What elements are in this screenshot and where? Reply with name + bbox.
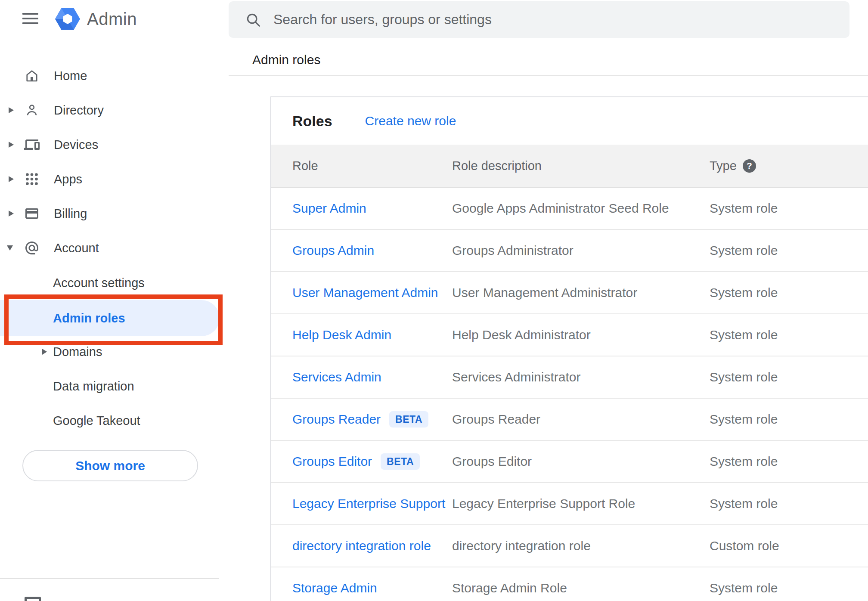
sidebar-item-directory[interactable]: Directory [0,93,229,127]
sidebar-item-label: Google Takeout [53,414,140,428]
at-sign-icon [24,240,40,256]
sidebar-item-label: Apps [54,172,82,186]
sidebar-item-label: Account [54,241,99,255]
role-type: System role [710,243,868,258]
table-row: directory integration role directory int… [271,525,868,567]
table-row: Super Admin Google Apps Administrator Se… [271,188,868,230]
role-link[interactable]: Services Admin [292,370,381,384]
role-type: System role [710,285,868,300]
search-input[interactable] [273,12,837,28]
sidebar-item-label: Account settings [53,276,145,290]
column-header-description: Role description [452,159,710,173]
beta-badge: BETA [389,411,428,428]
search-icon [245,12,261,28]
sidebar-item-billing[interactable]: Billing [0,196,229,231]
table-row: Help Desk Admin Help Desk Administrator … [271,314,868,356]
role-type: System role [710,454,868,469]
role-link[interactable]: Super Admin [292,201,366,216]
sidebar-item-data-migration[interactable]: Data migration [0,369,220,403]
expand-arrow-icon[interactable] [9,211,14,217]
role-link[interactable]: directory integration role [292,539,431,553]
table-row: Legacy Enterprise Support Legacy Enterpr… [271,483,868,525]
sidebar: Admin Home Directory Devices [0,0,229,601]
role-type: System role [710,581,868,595]
card-title: Roles [292,113,332,130]
expand-arrow-icon[interactable] [9,142,14,148]
devices-icon [24,137,40,152]
role-description: Help Desk Administrator [452,328,710,342]
role-description: Google Apps Administrator Seed Role [452,201,710,216]
role-link[interactable]: Groups Admin [292,243,374,258]
sidebar-divider [0,578,219,579]
table-row: Services Admin Services Administrator Sy… [271,356,868,399]
roles-card: Roles Create new role Role Role descript… [270,96,868,601]
clipped-menu-icon [25,597,41,601]
role-description: directory integration role [452,539,710,553]
card-header: Roles Create new role [271,97,868,145]
sidebar-item-label: Devices [54,138,98,152]
admin-logo-icon [55,6,80,31]
sidebar-item-label: Admin roles [53,311,125,325]
app-title: Admin [87,9,137,29]
sidebar-item-label: Directory [54,103,104,118]
person-icon [24,102,40,118]
role-description: Groups Reader [452,412,710,427]
role-description: Legacy Enterprise Support Role [452,496,710,511]
role-type: System role [710,201,868,216]
sidebar-item-home[interactable]: Home [0,59,229,93]
column-header-type: Type ? [710,159,868,173]
help-icon[interactable]: ? [743,159,756,173]
sidebar-item-label: Billing [54,207,87,221]
beta-badge: BETA [381,453,420,470]
role-description: Storage Admin Role [452,581,710,595]
table-row: Storage Admin Storage Admin Role System … [271,567,868,601]
sidebar-item-admin-roles[interactable]: Admin roles [0,300,220,336]
table-row: User Management Admin User Management Ad… [271,272,868,314]
role-link[interactable]: User Management Admin [292,285,438,300]
menu-icon[interactable] [22,13,38,24]
role-type: System role [710,370,868,384]
create-new-role-link[interactable]: Create new role [365,114,456,128]
sidebar-item-account[interactable]: Account [0,231,229,265]
show-more-button[interactable]: Show more [22,450,198,481]
role-link[interactable]: Legacy Enterprise Support [292,496,445,511]
table-row: Groups Reader BETA Groups Reader System … [271,399,868,441]
search-bar[interactable] [229,1,849,38]
table-row: Groups Admin Groups Administrator System… [271,230,868,272]
table-row: Groups Editor BETA Groups Editor System … [271,441,868,483]
sidebar-item-apps[interactable]: Apps [0,162,229,196]
breadcrumb: Admin roles [252,53,320,67]
header-divider [229,75,868,76]
expand-arrow-icon[interactable] [9,107,14,113]
role-type: Custom role [710,539,868,553]
sidebar-item-account-settings[interactable]: Account settings [0,266,220,300]
role-type: System role [710,328,868,342]
role-link[interactable]: Groups Reader [292,412,381,427]
expand-arrow-icon[interactable] [9,176,14,182]
role-description: Groups Editor [452,454,710,469]
role-description: User Management Administrator [452,285,710,300]
sidebar-item-domains[interactable]: Domains [0,335,220,369]
sidebar-item-google-takeout[interactable]: Google Takeout [0,403,220,438]
sidebar-item-label: Domains [53,345,102,359]
sidebar-item-devices[interactable]: Devices [0,127,229,162]
credit-card-icon [24,206,40,221]
apps-grid-icon [24,171,40,187]
sidebar-item-label: Data migration [53,379,134,393]
role-link[interactable]: Storage Admin [292,581,377,595]
role-type: System role [710,496,868,511]
role-description: Groups Administrator [452,243,710,258]
role-type: System role [710,412,868,427]
role-link[interactable]: Groups Editor [292,454,372,469]
collapse-arrow-icon[interactable] [7,245,13,251]
table-header-row: Role Role description Type ? [271,145,868,188]
sidebar-item-label: Home [54,69,87,83]
expand-arrow-icon[interactable] [42,349,47,355]
role-description: Services Administrator [452,370,710,384]
role-link[interactable]: Help Desk Admin [292,328,391,342]
column-header-role: Role [292,159,452,173]
home-icon [24,68,40,84]
